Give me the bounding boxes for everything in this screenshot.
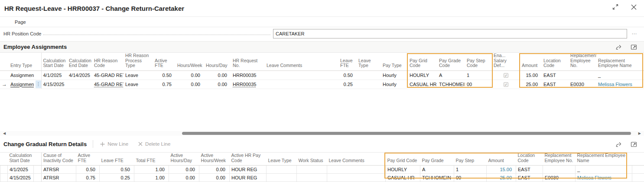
cell-0-13[interactable]: HOURLY [386,166,420,174]
col-header-18[interactable]: Replacement Employee No. [543,153,576,166]
checkbox-checked-disabled[interactable]: ✓ [504,73,508,78]
col-header-9[interactable]: Active HR Pay Code [230,153,267,166]
cell-0-17[interactable]: 1 [465,70,492,80]
new-line-button[interactable]: New Line [100,141,128,147]
col-header-21[interactable]: Replacement Employee No. [569,53,596,70]
col-header-8[interactable]: Hours/Week [176,53,204,70]
cell-1-20[interactable] [632,174,644,182]
cell-1-6[interactable]: 1.00 [134,174,169,182]
cell-0-8[interactable]: 0.00 [199,166,230,174]
cell-1-11[interactable] [265,80,338,89]
col-header-11[interactable]: Leave Comments [265,53,338,70]
cell-1-18[interactable]: ✓ [492,80,520,89]
col-header-1[interactable]: Entry Type [9,53,34,70]
focus-mode-icon[interactable] [630,44,637,51]
cell-0-3[interactable]: ATRSR [42,166,76,174]
scroll-right-arrow[interactable]: ▶ [638,131,641,135]
cell-0-22[interactable]: _ [596,70,644,80]
cell-1-18[interactable]: E0030 [543,174,576,182]
table-row[interactable]: 4/15/2025ATRSR0.750.251.000.000.00HOUR R… [0,174,644,182]
cell-0-9[interactable]: HOUR REG [230,166,267,174]
cell-0-21[interactable] [569,70,596,80]
col-header-14[interactable]: Pay Grade [420,153,454,166]
cell-0-0[interactable] [0,166,8,174]
cell-0-11[interactable] [297,166,327,174]
table-row[interactable]: Assignment4/1/20254/14/202545-GRAD RET..… [0,70,644,80]
cell-0-17[interactable]: EAST [516,166,543,174]
col-header-17[interactable]: Location Code [516,153,543,166]
cell-0-14[interactable]: Hourly [381,70,408,80]
hr-position-code-input[interactable]: CARETAKER [273,29,627,38]
cell-0-4[interactable]: 4/14/2025 [67,70,92,80]
cell-1-3[interactable]: ATRSR [42,174,76,182]
col-header-20[interactable]: Location Code [542,53,569,70]
resize-icon[interactable] [612,3,619,10]
cell-0-5[interactable]: 0.50 [100,166,134,174]
cell-1-5[interactable]: 45-GRAD RET... [92,80,124,89]
cell-0-7[interactable]: 0.50 [153,70,176,80]
col-header-5[interactable]: HR Reason Code [92,53,124,70]
delete-line-button[interactable]: Delete Line [138,141,170,147]
cell-1-17[interactable]: 00 [465,80,492,89]
cell-0-15[interactable]: 1 [454,166,487,174]
assist-edit-button[interactable]: ... [629,30,640,35]
cell-0-7[interactable]: 0.00 [169,166,199,174]
cell-1-13[interactable] [357,80,381,89]
cell-0-9[interactable]: 0.00 [204,70,231,80]
cell-0-20[interactable] [632,166,644,174]
cell-1-14[interactable]: Hourly [381,80,408,89]
cell-1-0[interactable] [0,174,8,182]
table-row[interactable]: →Assignment⋮4/15/202545-GRAD RET...Leave… [0,80,644,89]
cell-0-0[interactable] [0,70,9,80]
cell-0-8[interactable]: 0.00 [176,70,204,80]
cell-0-1[interactable]: 4/1/2025 [8,166,34,174]
col-header-22[interactable]: Replacement Employee Name [596,53,644,70]
cell-0-18[interactable] [543,166,576,174]
cell-1-8[interactable]: 0.00 [176,80,204,89]
col-header-16[interactable]: Pay Grade Code [437,53,465,70]
row-options-menu-icon[interactable]: ⋮ [36,80,41,88]
cell-1-19[interactable]: 25.00 [520,80,542,89]
col-header-19[interactable]: Replacement Employee Name [576,153,632,166]
cell-1-13[interactable]: CASUAL HR [386,174,420,182]
cell-0-5[interactable]: 45-GRAD RET... [92,70,124,80]
cell-0-18[interactable]: ✓ [492,70,520,80]
col-header-11[interactable]: Work Status [297,153,327,166]
cell-0-10[interactable] [267,166,297,174]
cell-0-13[interactable] [357,70,381,80]
col-header-5[interactable]: Leave FTE [100,153,134,166]
col-header-6[interactable]: Total FTE [134,153,169,166]
cell-1-12[interactable] [327,174,386,182]
cell-1-21[interactable]: E0030 [569,80,596,89]
cell-1-15[interactable]: CASUAL HR [408,80,437,89]
cell-0-19[interactable]: _ [576,166,632,174]
col-header-8[interactable]: Active Hours/Week [199,153,230,166]
col-header-4[interactable]: Active FTE [76,153,100,166]
cell-0-6[interactable]: Leave [124,70,153,80]
cell-1-11[interactable] [297,174,327,182]
cell-1-10[interactable]: HRR00035 [231,80,265,89]
cell-1-9[interactable]: HOUR REG [230,174,267,182]
table-row[interactable]: 4/1/2025ATRSR0.500.501.000.000.00HOUR RE… [0,166,644,174]
col-header-12[interactable]: Leave Comments [327,153,386,166]
cell-1-1[interactable]: Assignment [9,80,34,89]
menu-item-page[interactable]: Page [15,19,26,25]
cell-1-7[interactable]: 0.00 [169,174,199,182]
cell-1-15[interactable]: 00 [454,174,487,182]
cell-0-16[interactable]: 15.00 [487,166,516,174]
checkbox-checked-disabled[interactable]: ✓ [504,82,508,87]
cell-0-16[interactable]: A [437,70,465,80]
cell-1-6[interactable]: Leave [124,80,153,89]
col-header-12[interactable]: Leave FTE [338,53,357,70]
cell-0-3[interactable]: 4/1/2025 [41,70,67,80]
cell-1-17[interactable]: EAST [516,174,543,182]
cell-1-5[interactable]: 0.25 [100,174,134,182]
cell-0-19[interactable]: 15.00 [520,70,542,80]
cell-1-20[interactable]: EAST [542,80,569,89]
share-icon[interactable] [615,140,622,147]
cell-1-4[interactable]: 0.75 [76,174,100,182]
cell-1-8[interactable]: 0.00 [199,174,230,182]
cell-1-2[interactable] [34,174,42,182]
cell-0-2[interactable] [34,166,42,174]
cell-0-1[interactable]: Assignment [9,70,34,80]
